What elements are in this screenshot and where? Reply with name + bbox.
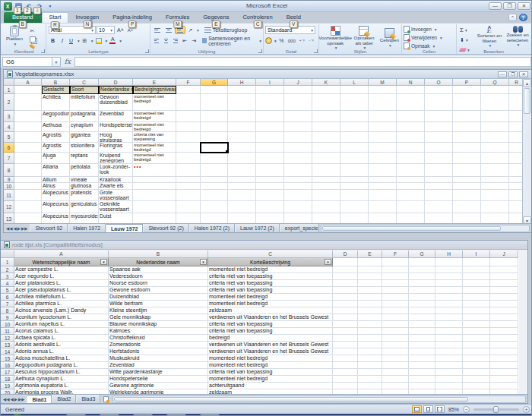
cell[interactable] [490, 266, 518, 273]
cell[interactable]: Adonis aestivalis L. [14, 342, 109, 348]
cell[interactable] [201, 153, 228, 164]
column-header[interactable]: I [256, 79, 284, 86]
filter-dropdown-icon[interactable]: ▾ [325, 259, 331, 265]
cell[interactable] [509, 122, 522, 132]
cell[interactable]: Wilde bertram [109, 301, 208, 307]
sheet-tab-blad2[interactable]: Blad2 [52, 395, 76, 403]
ribbon-tab-gegevens[interactable]: GegevensE [196, 12, 236, 23]
font-dialog-launcher[interactable] [145, 49, 149, 53]
cell[interactable] [463, 307, 490, 314]
cell[interactable] [509, 190, 522, 201]
autosum-button[interactable]: Σ ▾ [458, 26, 469, 34]
cell[interactable]: Gewoon duizendblad [99, 94, 133, 111]
cell[interactable] [435, 314, 463, 321]
cell[interactable] [425, 94, 453, 111]
cell[interactable]: Gewone agrimonie [109, 383, 208, 389]
column-header[interactable]: A [14, 79, 42, 86]
cell[interactable] [382, 383, 409, 389]
cut-button[interactable]: ✂ [28, 27, 36, 35]
cell[interactable] [358, 355, 382, 362]
cell[interactable] [409, 355, 435, 362]
cell[interactable]: Actaea spicata L. [14, 335, 109, 342]
cell[interactable]: Aconitum napellus L. [14, 321, 109, 328]
cell[interactable] [425, 190, 453, 201]
sheet-tab-halen-1972-2-[interactable]: Halen 1972 (2) [189, 224, 235, 232]
cell[interactable] [382, 369, 409, 376]
cell[interactable] [435, 328, 463, 335]
increase-decimal-button[interactable]: ⁺˙⁰ [298, 36, 306, 45]
restore-button[interactable]: ❐ [503, 2, 516, 10]
sheet-tab-stevoort-92[interactable]: Stevoort 92 [30, 224, 68, 232]
comma-style-button[interactable]: 000 [287, 36, 297, 45]
cell[interactable] [463, 294, 490, 301]
cell[interactable] [340, 122, 369, 132]
cell[interactable] [256, 201, 284, 213]
row-header[interactable]: 10 [4, 183, 14, 190]
cell[interactable]: bedreigd [208, 335, 333, 342]
minimize-button[interactable]: — [489, 2, 502, 10]
ribbon-tab-start[interactable]: StartR [42, 12, 69, 23]
cell[interactable] [453, 190, 481, 201]
cell[interactable] [509, 143, 522, 153]
cell[interactable]: Agrostis [42, 143, 70, 153]
cell[interactable] [228, 190, 256, 201]
cell[interactable] [509, 177, 522, 183]
column-header[interactable]: E [133, 79, 176, 86]
bold-button[interactable]: B [49, 36, 57, 45]
ribbon-tab-controleren[interactable]: ControlerenC [236, 12, 279, 23]
formula-input[interactable] [74, 57, 531, 67]
cell[interactable] [228, 94, 256, 111]
cell[interactable] [481, 183, 509, 190]
cell[interactable] [490, 321, 518, 328]
cell[interactable] [369, 177, 397, 183]
cell[interactable] [358, 328, 382, 335]
cell[interactable]: Gewone esdoorn [109, 287, 208, 294]
cell[interactable] [435, 376, 463, 383]
cell[interactable] [490, 335, 518, 342]
cell[interactable]: Alnus [42, 183, 70, 190]
decrease-indent-button[interactable]: ⇤ [181, 36, 189, 45]
cell[interactable] [133, 177, 176, 183]
column-header[interactable]: H [435, 251, 463, 258]
cell[interactable] [435, 369, 463, 376]
cell[interactable] [453, 143, 481, 153]
cell[interactable] [481, 132, 509, 143]
cell[interactable] [435, 342, 463, 348]
format-cells-button[interactable]: Opmaak▾ [404, 43, 435, 49]
row-header[interactable]: 5 [1, 287, 14, 294]
row-header[interactable]: 6 [4, 143, 14, 153]
help-button[interactable]: ? [519, 14, 527, 21]
cell[interactable]: criteria niet van toepassing [208, 369, 333, 376]
cell[interactable] [463, 362, 490, 369]
cell[interactable] [358, 273, 382, 280]
cell-styles-button[interactable]: Celstijlen▾ [378, 28, 400, 48]
cell[interactable] [509, 201, 522, 213]
cell[interactable]: Alopecurus [42, 190, 70, 201]
cell[interactable] [284, 190, 312, 201]
cell[interactable]: momenteel niet bedreigd [208, 294, 333, 301]
cell[interactable] [369, 164, 397, 177]
child-minimize-button[interactable]: — [498, 71, 507, 77]
cell[interactable] [312, 111, 340, 122]
cell[interactable] [176, 132, 201, 143]
cell[interactable] [201, 143, 228, 153]
cell[interactable] [333, 355, 358, 362]
cell[interactable] [228, 122, 256, 132]
cell[interactable]: criteria niet van toepassing [208, 280, 333, 287]
range-header-cell[interactable]: Nederlandse naam [99, 86, 133, 94]
cell[interactable] [490, 287, 518, 294]
cell[interactable] [425, 164, 453, 177]
cell[interactable] [409, 287, 435, 294]
cell[interactable] [340, 177, 369, 183]
cell[interactable] [382, 258, 409, 266]
row-header[interactable]: 15 [1, 355, 14, 362]
fill-color-button[interactable] [94, 36, 103, 45]
cell[interactable]: Aethusa cynapium L. [14, 376, 109, 383]
cell[interactable]: Acer campestre L. [14, 266, 109, 273]
column-header[interactable]: Q [481, 79, 509, 86]
sheet-tab-stevoort-92-2-[interactable]: Stevoort 92 (2) [143, 224, 188, 232]
cell[interactable]: Hondspeterselie [109, 376, 208, 383]
cell[interactable] [312, 122, 340, 132]
cell[interactable]: Spaanse aak [109, 266, 208, 273]
cell[interactable]: verdwenen uit Vlaanderen en het Brussels… [208, 348, 333, 355]
